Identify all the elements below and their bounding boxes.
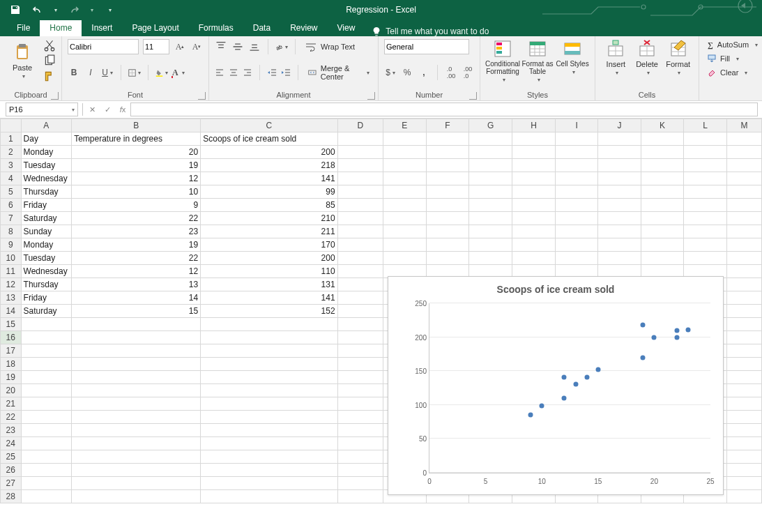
cell[interactable] bbox=[72, 450, 201, 464]
row-header[interactable]: 7 bbox=[1, 212, 22, 225]
cell[interactable] bbox=[684, 132, 727, 146]
cell[interactable] bbox=[469, 225, 512, 238]
cell[interactable] bbox=[426, 225, 469, 238]
cell[interactable] bbox=[201, 450, 337, 464]
col-header[interactable]: F bbox=[426, 119, 469, 132]
cell[interactable]: 19 bbox=[72, 238, 201, 252]
cell[interactable] bbox=[684, 159, 727, 172]
cell[interactable] bbox=[641, 146, 684, 159]
cell[interactable] bbox=[684, 238, 727, 252]
align-right-icon[interactable] bbox=[243, 66, 252, 79]
cell[interactable] bbox=[556, 146, 598, 159]
cell[interactable] bbox=[21, 490, 72, 503]
row-header[interactable]: 5 bbox=[1, 185, 22, 199]
cell[interactable] bbox=[337, 477, 383, 490]
cell[interactable]: 19 bbox=[72, 159, 201, 172]
row-header[interactable]: 10 bbox=[1, 252, 22, 265]
chart-point[interactable] bbox=[528, 413, 533, 418]
cell[interactable]: 110 bbox=[201, 265, 337, 278]
cell[interactable] bbox=[72, 384, 201, 397]
redo-dropdown-icon[interactable]: ▾ bbox=[91, 7, 93, 13]
row-header[interactable]: 15 bbox=[1, 318, 22, 331]
cell[interactable]: Monday bbox=[21, 238, 72, 252]
cell[interactable] bbox=[383, 185, 426, 199]
cell[interactable] bbox=[337, 278, 383, 291]
cell[interactable] bbox=[337, 411, 383, 424]
cell[interactable] bbox=[726, 212, 761, 225]
cell[interactable] bbox=[684, 185, 727, 199]
row-header[interactable]: 28 bbox=[1, 490, 22, 503]
cell[interactable] bbox=[337, 371, 383, 384]
cell[interactable] bbox=[383, 146, 426, 159]
cell[interactable] bbox=[426, 172, 469, 185]
grow-font-icon[interactable]: A▴ bbox=[174, 40, 186, 53]
cell[interactable] bbox=[469, 159, 512, 172]
cell[interactable] bbox=[201, 358, 337, 371]
redo-icon[interactable] bbox=[68, 4, 79, 15]
col-header[interactable]: A bbox=[21, 119, 72, 132]
delete-cells-button[interactable]: Delete bbox=[632, 39, 662, 76]
cell[interactable]: 10 bbox=[72, 185, 201, 199]
cell[interactable]: 200 bbox=[201, 146, 337, 159]
cell[interactable] bbox=[512, 159, 556, 172]
chart-point[interactable] bbox=[641, 323, 646, 328]
cell[interactable] bbox=[684, 146, 727, 159]
borders-button[interactable] bbox=[128, 66, 141, 79]
cell[interactable] bbox=[337, 225, 383, 238]
cell[interactable] bbox=[641, 132, 684, 146]
cell[interactable] bbox=[72, 344, 201, 358]
row-header[interactable]: 4 bbox=[1, 172, 22, 185]
row-header[interactable]: 8 bbox=[1, 225, 22, 238]
cell[interactable] bbox=[72, 411, 201, 424]
undo-dropdown-icon[interactable]: ▾ bbox=[54, 7, 57, 13]
tab-formulas[interactable]: Formulas bbox=[189, 20, 243, 36]
cell[interactable] bbox=[337, 490, 383, 503]
cell[interactable]: 211 bbox=[201, 225, 337, 238]
cell[interactable] bbox=[598, 225, 641, 238]
row-header[interactable]: 21 bbox=[1, 397, 22, 411]
cell[interactable]: 99 bbox=[201, 185, 337, 199]
chart-point[interactable] bbox=[540, 403, 544, 408]
copy-icon[interactable] bbox=[43, 54, 56, 67]
cell[interactable] bbox=[72, 490, 201, 503]
row-header[interactable]: 12 bbox=[1, 278, 22, 291]
cell[interactable] bbox=[72, 331, 201, 344]
format-as-table-button[interactable]: Format as Table bbox=[521, 39, 554, 83]
row-header[interactable]: 22 bbox=[1, 411, 22, 424]
cell[interactable] bbox=[598, 146, 641, 159]
cell[interactable]: Thursday bbox=[21, 278, 72, 291]
accounting-format-icon[interactable]: $ bbox=[384, 66, 397, 79]
cell[interactable] bbox=[337, 424, 383, 437]
cell[interactable]: 15 bbox=[72, 305, 201, 318]
cell[interactable] bbox=[21, 371, 72, 384]
cell[interactable] bbox=[726, 411, 761, 424]
cell-styles-button[interactable]: Cell Styles bbox=[556, 39, 589, 75]
cell[interactable] bbox=[726, 252, 761, 265]
chart-point[interactable] bbox=[584, 374, 589, 379]
cell[interactable] bbox=[201, 371, 337, 384]
cell[interactable] bbox=[201, 477, 337, 490]
cell[interactable] bbox=[201, 384, 337, 397]
cut-icon[interactable] bbox=[43, 39, 56, 52]
fx-icon[interactable]: fx bbox=[115, 105, 130, 114]
cell[interactable] bbox=[426, 132, 469, 146]
cell[interactable]: 200 bbox=[201, 252, 337, 265]
cell[interactable] bbox=[726, 371, 761, 384]
cell[interactable] bbox=[598, 172, 641, 185]
cell[interactable] bbox=[21, 397, 72, 411]
cell[interactable] bbox=[512, 146, 556, 159]
cell[interactable] bbox=[72, 318, 201, 331]
dialog-launcher-icon[interactable] bbox=[469, 92, 477, 100]
qat-customize-icon[interactable]: ▾ bbox=[109, 7, 112, 13]
cell[interactable]: 13 bbox=[72, 278, 201, 291]
cell[interactable] bbox=[337, 358, 383, 371]
cell[interactable] bbox=[556, 199, 598, 212]
italic-button[interactable]: I bbox=[84, 66, 97, 79]
cell[interactable] bbox=[726, 464, 761, 477]
cell[interactable]: Tuesday bbox=[21, 252, 72, 265]
cell[interactable]: Day bbox=[21, 132, 72, 146]
cell[interactable] bbox=[598, 199, 641, 212]
col-header[interactable]: B bbox=[72, 119, 201, 132]
cell[interactable] bbox=[512, 199, 556, 212]
dialog-launcher-icon[interactable] bbox=[51, 92, 59, 100]
